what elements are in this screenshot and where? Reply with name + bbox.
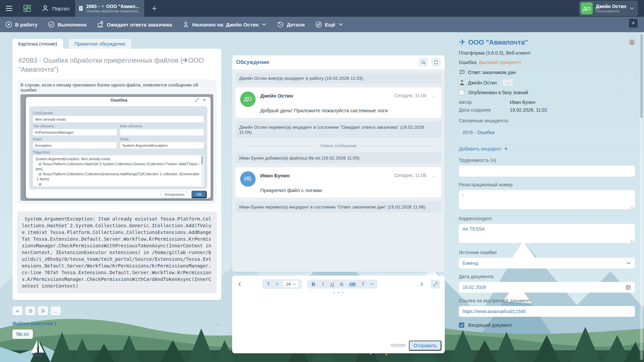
new-messages-divider: Новые сообщения bbox=[235, 141, 441, 149]
dialog-scrollbar[interactable] bbox=[201, 156, 203, 186]
action-awaiting-customer[interactable]: ? Ожидает ответа заказчика bbox=[97, 21, 172, 28]
page-scrollbar[interactable] bbox=[640, 34, 643, 360]
chevron-down-icon bbox=[338, 22, 343, 27]
portal-label: Портал bbox=[52, 6, 69, 11]
hamburger-icon bbox=[5, 4, 13, 13]
action-to-work[interactable]: В работу bbox=[5, 21, 38, 28]
refresh-icon bbox=[433, 60, 439, 65]
action-done[interactable]: Выполнено bbox=[48, 21, 87, 28]
message-time: Сегодня, 11:06 bbox=[394, 173, 426, 178]
action-more[interactable]: Ещё bbox=[315, 21, 343, 28]
file-chip[interactable]: file.txt bbox=[12, 329, 33, 339]
text-style-button[interactable]: T bbox=[360, 281, 366, 287]
key-input[interactable]: Exception bbox=[33, 142, 117, 148]
font-color-button[interactable]: AW bbox=[348, 282, 356, 287]
workspaces-button[interactable] bbox=[18, 0, 36, 17]
object-name-input[interactable] bbox=[120, 129, 204, 135]
file-list-button[interactable] bbox=[25, 306, 35, 315]
toolbar-scroll-left[interactable] bbox=[237, 281, 243, 287]
error-dialog-title: Ошибка bbox=[29, 98, 193, 103]
topbar: Портал 2083 - ✈ ООО "Авиап... Ошибка обр… bbox=[0, 0, 644, 17]
copy-button[interactable]: Копировать bbox=[160, 191, 189, 198]
export-icon bbox=[41, 308, 46, 313]
dialog-close-button[interactable] bbox=[201, 97, 208, 103]
labor-label: Трудоемкость (ч) bbox=[459, 158, 635, 163]
strikethrough-button[interactable]: S bbox=[339, 281, 344, 287]
labor-input[interactable] bbox=[459, 166, 635, 177]
chevron-down-icon bbox=[626, 260, 631, 266]
message-input[interactable]: Item already exists bbox=[33, 116, 204, 122]
laptop-question-icon: ? bbox=[97, 21, 104, 28]
user-menu[interactable]: ДО Джейн Остин Пользователь bbox=[579, 1, 638, 16]
font-style-button[interactable]: T bbox=[266, 281, 271, 287]
related-incidents-label: Связанные инциденты bbox=[459, 118, 635, 123]
files-section-menu[interactable]: … bbox=[216, 320, 221, 326]
italic-button[interactable]: I bbox=[320, 281, 325, 287]
message-author: Иван Бунин bbox=[260, 173, 394, 178]
error-source-select[interactable]: Бэкенд bbox=[459, 258, 635, 268]
error-dialog: Ошибка Сообщение Item already exi bbox=[26, 97, 211, 198]
action-assigned-to[interactable]: Назначен на: Джейн Остин bbox=[182, 21, 267, 28]
add-incident-link[interactable]: Добавить инцидент+ bbox=[459, 145, 635, 152]
toolbar-scroll-right[interactable] bbox=[419, 281, 425, 287]
action-details[interactable]: × Детали bbox=[277, 21, 305, 28]
internal-doc-link-label: Ссылка на внутренний документ bbox=[459, 298, 635, 303]
subscription-icon[interactable] bbox=[629, 39, 635, 45]
editor-expand-button[interactable] bbox=[431, 280, 440, 289]
add-action-button[interactable]: + bbox=[629, 19, 638, 27]
chevron-down-icon[interactable] bbox=[370, 282, 374, 286]
kb-checkbox-row: Опубликован в базу знаний bbox=[459, 90, 635, 95]
chevron-down-icon[interactable] bbox=[275, 282, 279, 286]
field-input[interactable]: System.ArgumentException bbox=[120, 142, 204, 148]
kb-checkbox[interactable] bbox=[459, 90, 464, 95]
new-tab-button[interactable] bbox=[147, 0, 162, 17]
message-item: ДО Джейн Остин Сегодня, 11:04 … Добрый д… bbox=[235, 87, 441, 118]
main-menu-button[interactable] bbox=[0, 0, 18, 17]
event-item: Иван Бунин добавил(а) файл(ы) file.txt (… bbox=[235, 153, 441, 164]
font-size-select[interactable]: 14 bbox=[283, 281, 299, 287]
play-circle-icon bbox=[5, 21, 12, 28]
internal-doc-link-input[interactable] bbox=[459, 306, 635, 317]
discussion-refresh-button[interactable] bbox=[431, 58, 441, 67]
error-dialog-header: Ошибка bbox=[26, 97, 211, 103]
ok-button[interactable]: ОК bbox=[192, 191, 207, 198]
performer-menu-button[interactable]: … bbox=[503, 79, 513, 86]
dialog-expand-button[interactable] bbox=[193, 97, 201, 103]
message-input[interactable] bbox=[232, 293, 445, 327]
regnum-textarea[interactable]: - bbox=[459, 190, 635, 209]
incident-card: Карточка (чтение) Приватное обсуждение #… bbox=[12, 39, 221, 339]
doc-date-input[interactable]: 16.02.2026 bbox=[459, 282, 635, 293]
message-menu-button[interactable]: … bbox=[432, 93, 437, 98]
calendar-icon[interactable] bbox=[625, 284, 631, 290]
tab-incident-2083[interactable]: 2083 - ✈ ООО "Авиап... Ошибка обработки … bbox=[75, 0, 144, 17]
type-priority-row: Ошибка Высокий приоритет bbox=[459, 60, 635, 65]
discussion-search-button[interactable] bbox=[419, 58, 428, 67]
list-icon bbox=[28, 308, 33, 313]
object-type-input[interactable]: KrPermissionsManager bbox=[33, 129, 117, 135]
field-label: Поле bbox=[120, 137, 204, 141]
avatar: ИБ bbox=[240, 171, 256, 187]
chevron-down-icon bbox=[629, 6, 635, 11]
add-file-button[interactable]: + bbox=[12, 306, 22, 315]
tab-card-read[interactable]: Карточка (чтение) bbox=[12, 39, 63, 49]
plus-icon: + bbox=[504, 145, 507, 152]
assignee-icon bbox=[182, 21, 190, 28]
avatar: ДО bbox=[581, 2, 593, 14]
message-label: Сообщение bbox=[33, 111, 204, 115]
related-incident-link[interactable]: 2076 - Ошибка bbox=[459, 126, 635, 138]
tab-portal[interactable]: Портал bbox=[36, 0, 74, 17]
tab-private-discussion[interactable]: Приватное обсуждение bbox=[69, 39, 131, 49]
message-editor: T 14 B I U S AW T bbox=[232, 276, 445, 353]
chevron-down-icon bbox=[261, 22, 267, 27]
details-textarea[interactable]: System.ArgumentException: Item already e… bbox=[33, 155, 204, 186]
message-menu-button[interactable]: … bbox=[432, 173, 437, 178]
export-files-button[interactable] bbox=[38, 306, 48, 315]
regnum-label: Регистрационный номер bbox=[459, 182, 635, 187]
chevron-down-icon bbox=[292, 282, 296, 286]
incoming-doc-checkbox[interactable] bbox=[459, 322, 464, 328]
bold-button[interactable]: B bbox=[311, 281, 316, 287]
underline-button[interactable]: U bbox=[329, 281, 335, 287]
files-more-button[interactable]: … bbox=[51, 306, 61, 315]
send-button[interactable]: Отправить bbox=[409, 341, 441, 351]
correspondent-textarea[interactable]: Air TESSA bbox=[459, 224, 635, 243]
